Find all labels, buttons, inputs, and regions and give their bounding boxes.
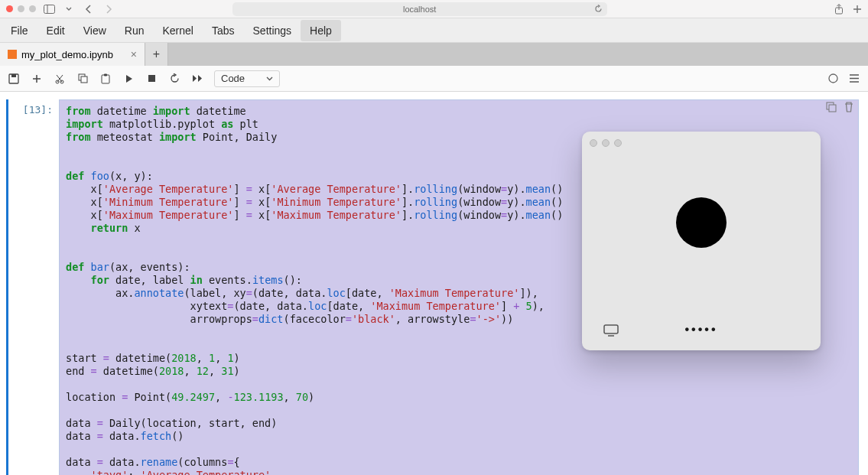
notebook-area: [13]: from datetime import datetime impo… — [0, 92, 868, 475]
menu-tabs[interactable]: Tabs — [203, 20, 244, 41]
svg-rect-4 — [11, 74, 16, 77]
insert-cell-icon[interactable] — [31, 73, 43, 85]
paste-icon[interactable] — [99, 73, 112, 85]
url-text: localhost — [403, 5, 436, 14]
chevron-down-icon[interactable] — [62, 6, 76, 12]
window-controls — [6, 5, 36, 12]
menu-kernel[interactable]: Kernel — [153, 20, 202, 41]
back-button[interactable] — [82, 5, 96, 14]
close-window-icon[interactable] — [6, 5, 13, 12]
fast-forward-icon[interactable] — [191, 73, 203, 85]
floating-window[interactable]: ••••• — [582, 132, 821, 350]
cell-type-value: Code — [221, 73, 245, 84]
sidebar-toggle-icon[interactable] — [42, 5, 56, 14]
new-tab-button[interactable]: + — [145, 43, 168, 66]
notebook-toolbar: Code — [0, 66, 868, 92]
duplicate-cell-icon[interactable] — [826, 102, 837, 112]
svg-rect-9 — [102, 75, 109, 83]
minimize-window-icon[interactable] — [18, 5, 24, 12]
stop-icon[interactable] — [145, 73, 158, 85]
menu-view[interactable]: View — [74, 20, 115, 41]
new-tab-icon[interactable] — [853, 4, 862, 15]
restart-kernel-icon[interactable] — [168, 73, 180, 85]
cell-type-select[interactable]: Code — [214, 70, 280, 87]
menu-run[interactable]: Run — [115, 20, 154, 41]
menu-icon[interactable] — [848, 73, 860, 85]
reload-icon[interactable] — [594, 5, 603, 13]
floating-window-controls — [590, 139, 813, 147]
copy-icon[interactable] — [76, 73, 89, 85]
pagination-dots[interactable]: ••••• — [684, 323, 717, 337]
svg-point-12 — [829, 74, 837, 83]
svg-rect-14 — [829, 105, 836, 112]
share-icon[interactable] — [834, 4, 844, 15]
record-indicator-icon — [676, 197, 727, 248]
menu-edit[interactable]: Edit — [37, 20, 74, 41]
notebook-tab[interactable]: my_plot_demo.ipynb × — [0, 43, 145, 66]
save-icon[interactable] — [8, 73, 20, 85]
menu-help[interactable]: Help — [301, 20, 341, 41]
browser-toolbar: localhost — [0, 0, 868, 18]
menu-settings[interactable]: Settings — [244, 20, 301, 41]
close-tab-icon[interactable]: × — [131, 48, 137, 60]
svg-rect-8 — [81, 76, 87, 83]
execution-count: [13]: — [11, 99, 59, 475]
zoom-window-icon[interactable] — [29, 5, 36, 12]
svg-rect-11 — [148, 75, 155, 82]
address-bar[interactable]: localhost — [232, 2, 607, 16]
kernel-status-icon — [827, 73, 839, 85]
cut-icon[interactable] — [54, 73, 66, 85]
run-icon[interactable] — [122, 73, 135, 85]
cell-active-indicator — [6, 99, 8, 475]
minimize-icon[interactable] — [602, 139, 610, 147]
zoom-icon[interactable] — [614, 139, 622, 147]
forward-button[interactable] — [102, 5, 115, 14]
notebook-icon — [8, 50, 17, 59]
document-tab-bar: my_plot_demo.ipynb × + — [0, 43, 868, 66]
chevron-down-icon — [266, 76, 273, 81]
delete-cell-icon[interactable] — [844, 102, 853, 112]
svg-rect-10 — [104, 73, 107, 76]
close-icon[interactable] — [590, 139, 597, 147]
notebook-filename: my_plot_demo.ipynb — [21, 49, 113, 60]
cell-toolbar — [826, 102, 853, 112]
menu-file[interactable]: File — [2, 20, 37, 41]
svg-rect-0 — [44, 5, 54, 13]
jupyter-menubar: FileEditViewRunKernelTabsSettingsHelp — [0, 18, 868, 43]
